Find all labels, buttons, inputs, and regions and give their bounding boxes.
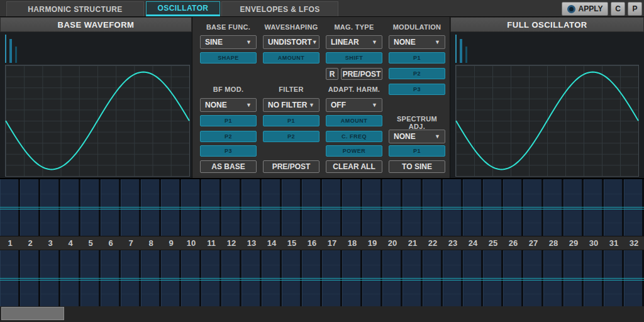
harmonic-bar-cell-lower[interactable] [201,250,221,306]
tab-harmonic-structure[interactable]: HARMONIC STRUCTURE [6,1,144,16]
shift-param-button[interactable]: SHIFT [326,52,382,64]
harmonic-bar-cell-upper[interactable] [523,179,543,236]
bf-mod-dropdown[interactable]: NONE ▼ [200,98,257,112]
modulation-dropdown[interactable]: NONE ▼ [389,35,445,49]
harmonic-bar-cell-lower[interactable] [80,250,101,306]
harmonic-bar-cell-upper[interactable] [402,179,423,236]
modulation-p1-button[interactable]: P1 [389,52,445,64]
harmonic-bar-cell-lower[interactable] [322,250,342,306]
harmonic-bar-cell-lower[interactable] [302,250,322,306]
harmonic-bar-cell-lower[interactable] [141,250,161,306]
adapt-power-button[interactable]: POWER [326,145,382,157]
waveshaping-dropdown[interactable]: UNDISTORT ▼ [263,35,319,49]
adapt-harm-dropdown[interactable]: OFF ▼ [326,98,382,112]
harmonic-bar-cell-upper[interactable] [382,179,402,236]
harmonic-bar-cell-upper[interactable] [101,179,121,236]
spectrum-adj-dropdown[interactable]: NONE ▼ [389,130,445,143]
harmonic-bar-cell-upper[interactable] [262,179,282,236]
harmonic-bar-cell-upper[interactable] [242,179,262,236]
harmonic-bar-cell-upper[interactable] [181,179,201,236]
waveshaping-prepost-button[interactable]: PRE/POST [263,160,319,173]
adapt-amount-button[interactable]: AMOUNT [326,115,382,126]
harmonic-bar-cell-upper[interactable] [543,179,564,236]
harmonic-bar-cell-lower[interactable] [503,250,523,306]
scrollbar-thumb[interactable] [1,307,64,320]
harmonic-bar-cell-lower[interactable] [584,250,604,306]
harmonic-bar-cell-lower[interactable] [362,250,382,306]
harmonic-scrollbar[interactable] [0,306,644,322]
harmonic-bar-cell-lower[interactable] [423,250,443,306]
paste-button[interactable]: P [628,2,642,16]
harmonic-bar-cell-lower[interactable] [60,250,80,306]
bf-mod-p1-button[interactable]: P1 [200,115,257,126]
mag-type-dropdown[interactable]: LINEAR ▼ [326,35,382,49]
harmonic-bar-cell-upper[interactable] [604,179,624,236]
harmonic-bar-cell-upper[interactable] [80,179,101,236]
filter-dropdown[interactable]: NO FILTER ▼ [263,98,319,112]
harmonic-bar-cell-upper[interactable] [362,179,382,236]
harmonic-bar-cell-lower[interactable] [40,250,60,306]
harmonic-bar-cell-lower[interactable] [262,250,282,306]
harmonic-bar-cell-lower[interactable] [0,250,20,306]
harmonic-bar-cell-lower[interactable] [564,250,584,306]
adapt-cfreq-button[interactable]: C. FREQ [326,131,382,142]
shape-param-button[interactable]: SHAPE [200,52,257,64]
harmonic-bar-cell-lower[interactable] [604,250,624,306]
apply-button[interactable]: APPLY [562,2,608,16]
harmonic-bar-cell-upper[interactable] [40,179,60,236]
harmonic-bar-cell-upper[interactable] [342,179,362,236]
tab-envelopes-lfos[interactable]: ENVELOPES & LFOS [221,1,338,16]
modulation-p3-button[interactable]: P3 [389,84,445,95]
filter-p2-button[interactable]: P2 [263,131,319,142]
harmonic-bar-cell-upper[interactable] [443,179,463,236]
harmonic-bar-cell-upper[interactable] [161,179,181,236]
harmonic-bar-cell-lower[interactable] [483,250,503,306]
harmonic-bar-cell-upper[interactable] [201,179,221,236]
harmonic-bar-cell-lower[interactable] [382,250,402,306]
harmonic-bar-cell-upper[interactable] [564,179,584,236]
harmonic-bar-cell-lower[interactable] [20,250,40,306]
harmonic-bar-cell-upper[interactable] [0,179,20,236]
harmonic-bar-cell-lower[interactable] [181,250,201,306]
mag-prepost-button[interactable]: PRE/POST [341,68,382,80]
harmonic-bar-cell-lower[interactable] [282,250,302,306]
harmonic-bar-cell-upper[interactable] [221,179,242,236]
bf-mod-p2-button[interactable]: P2 [200,131,257,142]
bf-mod-p3-button[interactable]: P3 [200,145,257,157]
harmonic-bar-cell-upper[interactable] [503,179,523,236]
harmonic-bar-cell-lower[interactable] [101,250,121,306]
to-sine-button[interactable]: TO SINE [389,160,445,173]
harmonic-bar-cell-lower[interactable] [221,250,242,306]
harmonic-bar-cell-upper[interactable] [322,179,342,236]
tab-oscillator[interactable]: OSCILLATOR [146,1,220,16]
harmonic-bar-cell-upper[interactable] [20,179,40,236]
harmonic-bar-cell-lower[interactable] [523,250,543,306]
modulation-p2-button[interactable]: P2 [389,68,445,79]
harmonic-bar-cell-upper[interactable] [584,179,604,236]
harmonic-bar-cell-upper[interactable] [282,179,302,236]
amount-param-button[interactable]: AMOUNT [263,52,319,64]
harmonic-bar-cell-lower[interactable] [342,250,362,306]
as-base-button[interactable]: AS BASE [200,160,257,173]
r-toggle-button[interactable]: R [326,68,338,80]
harmonic-bar-cell-lower[interactable] [402,250,423,306]
harmonic-bar-cell-upper[interactable] [302,179,322,236]
harmonic-bar-cell-lower[interactable] [543,250,564,306]
spectrum-p1-button[interactable]: P1 [389,145,445,157]
base-func-dropdown[interactable]: SINE ▼ [200,35,257,49]
harmonic-bar-cell-upper[interactable] [463,179,483,236]
harmonic-bar-cell-upper[interactable] [60,179,80,236]
harmonic-bar-cell-upper[interactable] [423,179,443,236]
harmonic-bar-cell-lower[interactable] [161,250,181,306]
harmonic-bar-cell-lower[interactable] [443,250,463,306]
harmonic-bar-cell-lower[interactable] [624,250,644,306]
harmonic-bar-cell-upper[interactable] [624,179,644,236]
harmonic-bar-cell-lower[interactable] [121,250,141,306]
harmonic-bar-cell-lower[interactable] [242,250,262,306]
copy-button[interactable]: C [611,2,625,16]
harmonic-bar-cell-upper[interactable] [483,179,503,236]
harmonic-bar-cell-upper[interactable] [121,179,141,236]
filter-p1-button[interactable]: P1 [263,115,319,126]
harmonic-bar-cell-upper[interactable] [141,179,161,236]
harmonic-bar-cell-lower[interactable] [463,250,483,306]
